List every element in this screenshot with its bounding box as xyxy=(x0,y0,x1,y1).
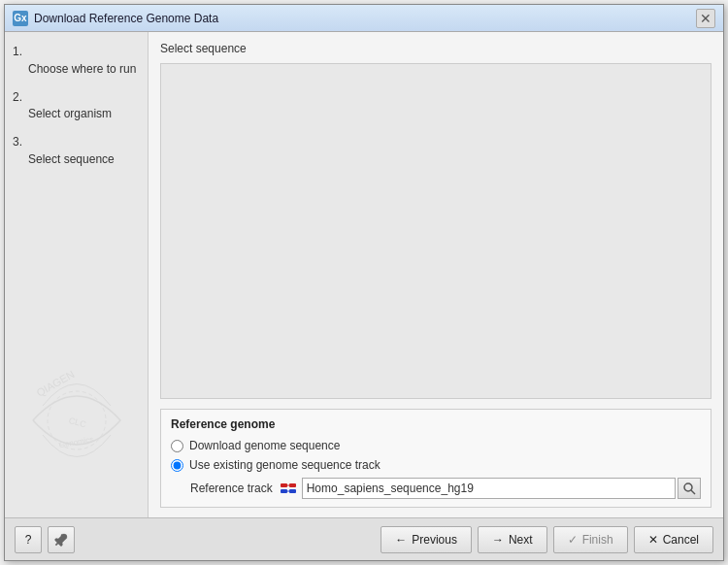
sidebar-step-3: 3. Select sequence xyxy=(13,134,140,168)
ref-track-label: Reference track xyxy=(190,482,273,495)
next-button[interactable]: → Next xyxy=(478,526,547,553)
bottom-bar: ? ← Previous → Next ✓ Finish ✕ xyxy=(5,517,723,560)
svg-point-10 xyxy=(684,483,692,491)
content-area: 1. Choose where to run 2. Select organis… xyxy=(5,32,723,517)
svg-line-11 xyxy=(691,490,695,494)
sequence-selection-area xyxy=(160,63,711,399)
sidebar-step-1: 1. Choose where to run xyxy=(13,44,140,78)
radio-existing[interactable] xyxy=(171,459,183,472)
sidebar: 1. Choose where to run 2. Select organis… xyxy=(5,32,149,517)
sidebar-step-2: 2. Select organism xyxy=(13,89,140,123)
radio-download-label: Download genome sequence xyxy=(189,439,340,452)
title-bar: Gx Download Reference Genome Data ✕ xyxy=(5,5,723,32)
next-arrow-icon: → xyxy=(492,533,504,547)
radio-existing-option[interactable]: Use existing genome sequence track xyxy=(171,458,701,472)
app-icon: Gx xyxy=(13,11,28,26)
browse-button[interactable] xyxy=(678,478,701,499)
svg-rect-5 xyxy=(281,489,287,493)
svg-rect-6 xyxy=(289,483,296,487)
svg-text:QIAGEN: QIAGEN xyxy=(34,368,76,399)
main-dialog: Gx Download Reference Genome Data ✕ 1. C… xyxy=(4,4,724,561)
svg-rect-7 xyxy=(289,489,296,493)
reference-genome-title: Reference genome xyxy=(171,417,701,431)
svg-rect-4 xyxy=(281,483,287,487)
bottom-left-buttons: ? xyxy=(15,526,75,553)
finish-button[interactable]: ✓ Finish xyxy=(553,526,628,553)
radio-existing-label: Use existing genome sequence track xyxy=(189,458,381,472)
window-title: Download Reference Genome Data xyxy=(34,12,696,25)
main-panel: Select sequence Reference genome Downloa… xyxy=(149,32,723,517)
svg-text:CLC: CLC xyxy=(67,415,86,429)
cancel-button[interactable]: ✕ Cancel xyxy=(634,526,713,553)
wrench-icon xyxy=(54,533,68,547)
radio-download-option[interactable]: Download genome sequence xyxy=(171,439,701,452)
track-type-icon xyxy=(281,480,298,497)
ref-track-input[interactable] xyxy=(302,478,676,499)
help-button[interactable]: ? xyxy=(15,526,42,553)
watermark: QIAGEN CLC Genomics xyxy=(5,352,148,508)
close-button[interactable]: ✕ xyxy=(696,9,715,28)
cancel-x-icon: ✕ xyxy=(648,533,658,547)
check-icon: ✓ xyxy=(568,533,578,547)
reference-track-row: Reference track xyxy=(171,478,701,499)
svg-text:Genomics: Genomics xyxy=(58,435,94,449)
prev-arrow-icon: ← xyxy=(395,533,407,547)
bottom-right-buttons: ← Previous → Next ✓ Finish ✕ Cancel xyxy=(381,526,713,553)
wrench-button[interactable] xyxy=(48,526,75,553)
previous-button[interactable]: ← Previous xyxy=(381,526,472,553)
panel-title: Select sequence xyxy=(160,42,711,55)
svg-point-3 xyxy=(48,391,106,449)
reference-genome-section: Reference genome Download genome sequenc… xyxy=(160,409,711,508)
radio-download[interactable] xyxy=(171,440,183,452)
